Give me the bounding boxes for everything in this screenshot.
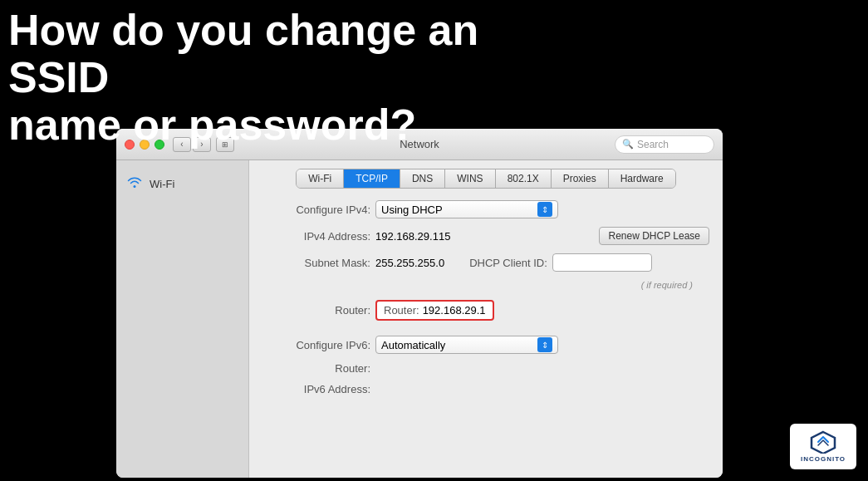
configure-ipv4-value: Using DHCP (381, 204, 534, 216)
configure-ipv6-label: Configure IPv6: (262, 339, 370, 351)
tab-8021x[interactable]: 802.1X (496, 169, 552, 188)
incognito-logo: INCOGNITO (790, 424, 856, 469)
dropdown-arrow-v6-icon: ⇕ (537, 337, 552, 352)
search-placeholder: Search (637, 139, 669, 150)
tab-tcpip[interactable]: TCP/IP (344, 169, 400, 188)
dhcp-client-id-label: DHCP Client ID: (469, 257, 547, 269)
dhcp-client-id-input[interactable] (552, 253, 652, 272)
dropdown-arrow-icon: ⇕ (537, 202, 552, 217)
router-v6-row: Router: (262, 362, 709, 375)
tab-bar: Wi-Fi TCP/IP DNS WINS 802.1X Proxies Har… (296, 169, 675, 189)
router-v6-label: Router: (262, 362, 370, 375)
main-panel: Wi-Fi TCP/IP DNS WINS 802.1X Proxies Har… (249, 160, 723, 478)
dhcp-hint-row: ( if required ) (262, 280, 709, 290)
router-label-inner: Router: (384, 304, 419, 317)
ipv4-address-row: IPv4 Address: 192.168.29.115 Renew DHCP … (262, 227, 709, 245)
tab-wins[interactable]: WINS (445, 169, 495, 188)
subnet-mask-value: 255.255.255.0 (375, 257, 444, 269)
incognito-icon (808, 430, 838, 454)
configure-ipv4-row: Configure IPv4: Using DHCP ⇕ (262, 200, 709, 218)
tab-wifi[interactable]: Wi-Fi (297, 169, 344, 188)
ipv4-address-label: IPv4 Address: (262, 230, 370, 243)
subnet-mask-label: Subnet Mask: (262, 257, 370, 269)
page-title: How do you change an SSID name or passwo… (8, 7, 540, 150)
dhcp-hint-text: ( if required ) (641, 280, 693, 290)
tab-proxies[interactable]: Proxies (552, 169, 609, 188)
renew-dhcp-button[interactable]: Renew DHCP Lease (599, 227, 709, 245)
wifi-icon (126, 175, 143, 192)
incognito-label: INCOGNITO (801, 455, 846, 463)
ipv4-address-value: 192.168.29.115 (375, 230, 450, 243)
content-area: Wi-Fi Wi-Fi TCP/IP DNS WINS 802.1X Proxi… (116, 160, 723, 478)
configure-ipv6-dropdown[interactable]: Automatically ⇕ (375, 336, 558, 354)
configure-ipv4-dropdown[interactable]: Using DHCP ⇕ (375, 200, 558, 218)
router-row: Router: Router: 192.168.29.1 (262, 300, 709, 321)
ipv6-address-label: IPv6 Address: (262, 383, 370, 395)
svg-marker-0 (812, 432, 835, 454)
router-value: 192.168.29.1 (423, 304, 486, 317)
router-label: Router: (262, 304, 370, 317)
title-area: How do you change an SSID name or passwo… (0, 0, 548, 155)
search-box[interactable]: 🔍 Search (615, 135, 714, 154)
mac-window: ‹ › ⊞ Network 🔍 Search (116, 129, 723, 478)
form-section: Configure IPv4: Using DHCP ⇕ IPv4 Addres… (262, 200, 709, 395)
sidebar-item-wifi[interactable]: Wi-Fi (116, 170, 248, 197)
configure-ipv4-label: Configure IPv4: (262, 204, 370, 216)
configure-ipv6-row: Configure IPv6: Automatically ⇕ (262, 336, 709, 354)
configure-ipv6-value: Automatically (381, 339, 534, 351)
sidebar: Wi-Fi (116, 160, 249, 478)
subnet-mask-row: Subnet Mask: 255.255.255.0 DHCP Client I… (262, 253, 709, 272)
router-highlight-box: Router: 192.168.29.1 (375, 300, 494, 321)
search-icon: 🔍 (622, 139, 634, 150)
ipv6-address-row: IPv6 Address: (262, 383, 709, 395)
sidebar-wifi-label: Wi-Fi (150, 178, 174, 190)
tab-hardware[interactable]: Hardware (609, 169, 675, 188)
tab-dns[interactable]: DNS (400, 169, 445, 188)
